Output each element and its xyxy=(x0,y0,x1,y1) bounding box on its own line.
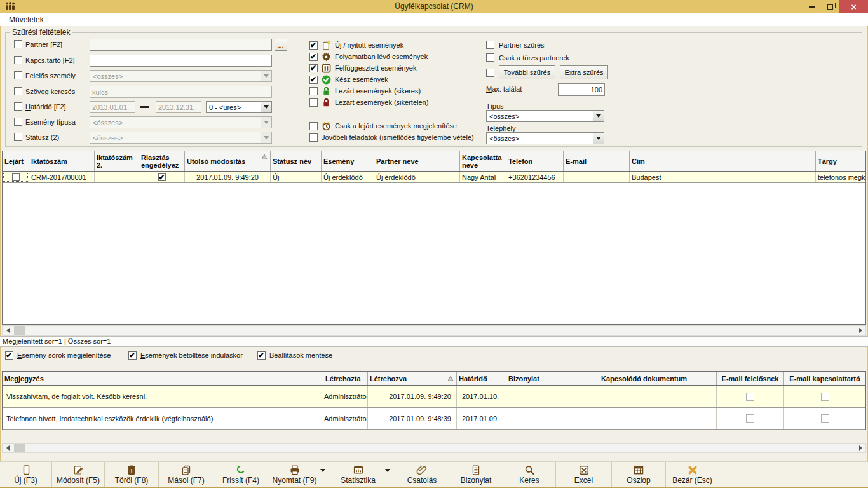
esemeny-tipusa-combo[interactable]: <összes> xyxy=(90,116,272,128)
col-cim[interactable]: Cím xyxy=(630,151,816,171)
felelos-combo-arrow[interactable] xyxy=(261,71,271,81)
modify-button[interactable]: Módosít (F5) xyxy=(52,462,105,487)
telephely-combo[interactable]: <összes> xyxy=(486,132,604,144)
print-button[interactable]: Nyomtat (F9) xyxy=(268,462,330,487)
events-grid-hscrollbar[interactable] xyxy=(2,325,866,336)
szoveg-input[interactable] xyxy=(90,86,272,98)
riasztas-checkbox[interactable] xyxy=(158,173,166,181)
scroll-right-icon[interactable] xyxy=(855,326,865,335)
hatarido-filter-checkbox[interactable] xyxy=(14,102,22,111)
cell-email-kapcsolattarto[interactable] xyxy=(784,408,865,429)
statusz-combo-arrow[interactable] xyxy=(261,132,271,143)
col-targy[interactable]: Tárgy xyxy=(816,151,865,171)
email-kapcsolattarto-checkbox[interactable] xyxy=(821,393,829,401)
load-on-start-checkbox[interactable] xyxy=(128,351,137,360)
extra-filter-button[interactable]: Extra szűrés xyxy=(560,65,608,79)
print-dropdown-icon[interactable] xyxy=(320,472,325,480)
restore-button[interactable] xyxy=(821,0,839,13)
new-button[interactable]: Új (F3) xyxy=(0,462,52,487)
new-events-checkbox[interactable] xyxy=(309,41,318,50)
scroll-thumb[interactable] xyxy=(14,326,25,335)
hatarido-mode-arrow[interactable] xyxy=(261,102,271,112)
col-statusz-nev[interactable]: Státusz név xyxy=(271,151,322,171)
col-iktatoszam2[interactable]: Iktatószám 2. xyxy=(95,151,139,171)
felelos-filter-checkbox[interactable] xyxy=(14,71,22,79)
col-partner-neve[interactable]: Partner neve xyxy=(374,151,460,171)
statusz-combo[interactable]: <összes> xyxy=(90,132,272,144)
email-felelosnek-checkbox[interactable] xyxy=(746,414,754,423)
future-tasks-checkbox[interactable] xyxy=(309,133,318,142)
cell-lejart[interactable] xyxy=(3,172,29,182)
partner-filter-checkbox[interactable] xyxy=(14,40,22,48)
delete-button[interactable]: Töröl (F8) xyxy=(105,462,159,487)
scroll-left-icon[interactable] xyxy=(3,326,13,335)
tipus-combo-arrow[interactable] xyxy=(593,111,604,121)
esemeny-tipusa-arrow[interactable] xyxy=(261,117,271,128)
cell-email-kapcsolattarto[interactable] xyxy=(784,386,865,407)
lejart-checkbox[interactable] xyxy=(12,173,20,181)
col-esemeny[interactable]: Esemény xyxy=(322,151,374,171)
hatarido-from-input[interactable] xyxy=(90,101,135,113)
hatarido-mode-combo[interactable]: 0 - <üres> xyxy=(206,101,272,113)
excel-button[interactable]: Excel xyxy=(556,462,612,487)
szoveg-filter-checkbox[interactable] xyxy=(14,87,22,95)
refresh-button[interactable]: Frissít (F4) xyxy=(214,462,268,487)
note-row[interactable]: Telefonon hívott, irodatechnikai eszközö… xyxy=(3,408,865,430)
col-letrehozta[interactable]: Létrehozta xyxy=(323,372,368,385)
felelos-combo[interactable]: <összes> xyxy=(90,70,272,82)
esemeny-tipusa-checkbox[interactable] xyxy=(14,118,22,126)
col-bizonylat[interactable]: Bizonylat xyxy=(506,372,599,385)
tipus-combo[interactable]: <összes> xyxy=(486,110,604,122)
statistics-dropdown-icon[interactable] xyxy=(385,472,390,480)
menu-item-muveletek[interactable]: Műveletek xyxy=(6,13,46,26)
max-results-input[interactable] xyxy=(558,83,605,96)
note-row[interactable]: Visszahívtam, de foglalt volt. Később ke… xyxy=(3,386,865,408)
more-filter-checkbox[interactable] xyxy=(486,69,494,77)
email-felelosnek-checkbox[interactable] xyxy=(746,393,754,401)
cell-riasztas[interactable] xyxy=(139,172,185,182)
search-button[interactable]: Keres xyxy=(503,462,556,487)
closed-success-checkbox[interactable] xyxy=(309,87,318,95)
notes-grid-hscrollbar[interactable] xyxy=(2,443,866,453)
col-lejart[interactable]: Lejárt xyxy=(3,151,29,171)
telephely-combo-arrow[interactable] xyxy=(593,133,604,144)
partner-browse-button[interactable]: ... xyxy=(275,39,287,51)
partner-szures-checkbox[interactable] xyxy=(486,41,494,49)
done-events-checkbox[interactable] xyxy=(309,76,318,84)
expired-only-checkbox[interactable] xyxy=(309,122,318,130)
col-telefon[interactable]: Telefon xyxy=(506,151,564,171)
col-email-kapcsolattarto[interactable]: E-mail kapcsolattartó xyxy=(784,372,865,385)
col-megjegyzes[interactable]: Megjegyzés xyxy=(3,372,323,385)
close-window-button[interactable]: Bezár (Esc) xyxy=(666,462,719,487)
attach-button[interactable]: Csatolás xyxy=(395,462,449,487)
col-hatarido[interactable]: Határidő xyxy=(457,372,506,385)
kapcstarto-input[interactable] xyxy=(90,55,272,67)
save-settings-checkbox[interactable] xyxy=(257,351,266,360)
scroll-right-icon[interactable] xyxy=(855,444,865,452)
cell-email-felelosnek[interactable] xyxy=(717,386,784,407)
statistics-button[interactable]: Statisztika xyxy=(330,462,395,487)
scroll-left-icon[interactable] xyxy=(3,444,13,452)
col-email-felelosnek[interactable]: E-mail felelősnek xyxy=(717,372,784,385)
closed-failed-checkbox[interactable] xyxy=(309,98,318,107)
col-iktatoszam[interactable]: Iktatószám xyxy=(29,151,95,171)
columns-button[interactable]: Oszlop xyxy=(612,462,666,487)
event-rows-checkbox[interactable] xyxy=(5,351,13,360)
col-kapcsolattarto-neve[interactable]: Kapcsolatta neve xyxy=(460,151,506,171)
close-button[interactable]: × xyxy=(839,0,868,13)
suspended-events-checkbox[interactable] xyxy=(309,64,318,72)
partner-input[interactable] xyxy=(90,39,272,51)
email-kapcsolattarto-checkbox[interactable] xyxy=(821,414,829,423)
copy-button[interactable]: Másol (F7) xyxy=(159,462,214,487)
voucher-button[interactable]: Bizonylat xyxy=(449,462,503,487)
hatarido-to-input[interactable] xyxy=(156,101,201,113)
col-utolso-modositas[interactable]: Utolsó módosítás xyxy=(185,151,271,171)
scroll-thumb[interactable] xyxy=(14,444,25,452)
statusz-checkbox[interactable] xyxy=(14,133,22,141)
event-row[interactable]: CRM-2017/00001 2017.01.09. 9:49:20 Új Új… xyxy=(3,172,865,183)
col-letrehozva[interactable]: Létrehozva xyxy=(368,372,457,385)
cell-email-felelosnek[interactable] xyxy=(717,408,784,429)
core-partners-checkbox[interactable] xyxy=(486,53,494,62)
more-filter-button[interactable]: További szűrés xyxy=(499,65,555,79)
minimize-button[interactable] xyxy=(803,0,821,13)
